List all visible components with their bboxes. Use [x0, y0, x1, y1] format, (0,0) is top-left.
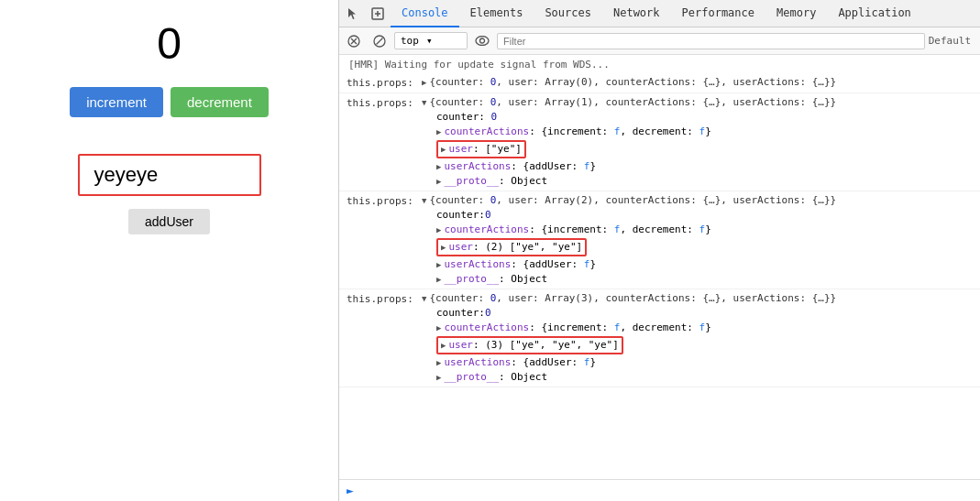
user-expand-3[interactable] — [441, 240, 446, 255]
filter-input[interactable] — [497, 33, 925, 49]
proto-expand-3[interactable] — [436, 272, 441, 287]
user-highlighted-2: user: ["ye"] — [436, 140, 526, 158]
user-val-4: : (3) ["ye", "ye", "ye"] — [473, 338, 619, 353]
console-entry-1: this.props: {counter: 0, user: Array(0),… — [339, 73, 980, 93]
tab-console[interactable]: Console — [391, 0, 459, 27]
hmr-message: [HMR] Waiting for update signal from WDS… — [339, 57, 980, 73]
counter-row-2: counter: 0 — [422, 110, 976, 125]
proto-text-2: __proto__ — [444, 174, 499, 189]
ua-colon-2: : {addUser: f} — [511, 159, 596, 174]
ca-colon-4: : {increment: f, decrement: f} — [529, 321, 711, 335]
summary-text-3: {counter: 0, user: Array(2), counterActi… — [429, 193, 836, 208]
clear-console-icon[interactable] — [343, 30, 365, 52]
proto-row-2: __proto__: Object — [422, 174, 976, 189]
user-row-3: user: (2) ["ye", "ye"] — [422, 237, 976, 257]
console-row-summary-1: {counter: 0, user: Array(0), counterActi… — [422, 75, 976, 90]
console-row-summary-3: {counter: 0, user: Array(2), counterActi… — [422, 193, 976, 208]
proto-expand-2[interactable] — [436, 174, 441, 189]
tab-network[interactable]: Network — [602, 0, 671, 27]
console-output: [HMR] Waiting for update signal from WDS… — [339, 55, 980, 479]
ua-text-3: userActions — [444, 257, 511, 272]
ua-colon-4: : {addUser: f} — [511, 355, 596, 370]
proto-colon-4: : Object — [499, 370, 547, 385]
proto-row-4: __proto__: Object — [422, 370, 976, 385]
tab-performance[interactable]: Performance — [671, 0, 765, 27]
console-prompt-arrow[interactable]: ► — [347, 484, 354, 497]
ua-text-4: userActions — [444, 355, 511, 370]
counter-row-3: counter: 0 — [422, 208, 976, 223]
proto-colon-3: : Object — [499, 272, 547, 287]
user-key-3: user — [448, 240, 473, 255]
context-value: top — [401, 35, 419, 47]
svg-point-4 — [480, 38, 485, 43]
user-key-2: user — [448, 142, 473, 157]
tab-application[interactable]: Application — [827, 0, 921, 27]
props-label-3: this.props: — [339, 193, 422, 209]
proto-row-3: __proto__: Object — [422, 272, 976, 287]
ua-expand-4[interactable] — [436, 355, 441, 370]
user-input-box: yeyeye — [78, 154, 261, 196]
tab-sources[interactable]: Sources — [534, 0, 602, 27]
proto-text-3: __proto__ — [444, 272, 499, 287]
devtools-panel: Console Elements Sources Network Perform… — [339, 0, 980, 501]
button-row: increment decrement — [70, 87, 269, 117]
summary-text-4: {counter: 0, user: Array(3), counterActi… — [429, 291, 836, 306]
counter-row-4: counter: 0 — [422, 306, 976, 321]
ua-colon-3: : {addUser: f} — [511, 257, 596, 272]
eye-icon[interactable] — [471, 30, 493, 52]
props-label-1: this.props: — [339, 75, 422, 91]
counter-display: 0 — [157, 18, 182, 69]
ca-expand-4[interactable] — [436, 321, 441, 335]
ca-colon-3: : {increment: f, decrement: f} — [529, 223, 711, 237]
console-entry-2: this.props: {counter: 0, user: Array(1),… — [339, 93, 980, 191]
expand-icon-3[interactable] — [422, 193, 426, 208]
toolbar-row: top ▾ Default — [339, 27, 980, 55]
tabs-bar: Console Elements Sources Network Perform… — [339, 0, 980, 27]
user-row-4: user: (3) ["ye", "ye", "ye"] — [422, 335, 976, 355]
add-user-button[interactable]: addUser — [128, 209, 210, 234]
user-actions-row-4: userActions: {addUser: f} — [422, 355, 976, 370]
proto-expand-4[interactable] — [436, 370, 441, 385]
expand-icon-4[interactable] — [422, 291, 426, 306]
decrement-button[interactable]: decrement — [171, 87, 269, 117]
user-expand-4[interactable] — [441, 338, 446, 353]
ca-expand-2[interactable] — [436, 125, 441, 139]
user-actions-row-2: userActions: {addUser: f} — [422, 159, 976, 174]
console-entry-4: this.props: {counter: 0, user: Array(3),… — [339, 289, 980, 387]
ua-expand-2[interactable] — [436, 159, 441, 174]
expand-icon-2[interactable] — [422, 95, 426, 110]
cursor-icon[interactable] — [339, 0, 365, 27]
user-actions-row-3: userActions: {addUser: f} — [422, 257, 976, 272]
counter-actions-row-4: counterActions: {increment: f, decrement… — [422, 321, 976, 335]
console-row-summary-4: {counter: 0, user: Array(3), counterActi… — [422, 291, 976, 306]
props-label-4: this.props: — [339, 291, 422, 307]
increment-button[interactable]: increment — [70, 87, 163, 117]
user-row-2: user: ["ye"] — [422, 139, 976, 159]
expand-icon-1[interactable] — [422, 75, 426, 90]
block-icon[interactable] — [369, 30, 391, 52]
ua-expand-3[interactable] — [436, 257, 441, 272]
counter-label-2: counter: 0 — [436, 110, 497, 125]
tab-memory[interactable]: Memory — [765, 0, 827, 27]
tab-elements[interactable]: Elements — [459, 0, 534, 27]
summary-text-2: {counter: 0, user: Array(1), counterActi… — [429, 95, 836, 110]
proto-text-4: __proto__ — [444, 370, 499, 385]
user-key-4: user — [448, 338, 473, 353]
ca-text-3: counterActions — [444, 223, 529, 237]
counter-actions-row-2: counterActions: {increment: f, decrement… — [422, 125, 976, 139]
inspect-icon[interactable] — [365, 0, 391, 27]
user-val-2: : ["ye"] — [473, 142, 522, 157]
user-expand-2[interactable] — [441, 142, 446, 157]
ca-text-4: counterActions — [444, 321, 529, 335]
context-selector[interactable]: top ▾ — [394, 32, 468, 49]
ca-expand-3[interactable] — [436, 223, 441, 237]
console-entry-3: this.props: {counter: 0, user: Array(2),… — [339, 191, 980, 289]
console-content-2: {counter: 0, user: Array(1), counterActi… — [422, 95, 980, 189]
user-highlighted-4: user: (3) ["ye", "ye", "ye"] — [436, 336, 623, 354]
user-val-3: : (2) ["ye", "ye"] — [473, 240, 582, 255]
user-actions-text-2: userActions — [444, 159, 511, 174]
proto-colon-2: : Object — [499, 174, 547, 189]
console-content-3: {counter: 0, user: Array(2), counterActi… — [422, 193, 980, 287]
console-row-summary-2: {counter: 0, user: Array(1), counterActi… — [422, 95, 976, 110]
summary-text-1: {counter: 0, user: Array(0), counterActi… — [429, 75, 836, 90]
